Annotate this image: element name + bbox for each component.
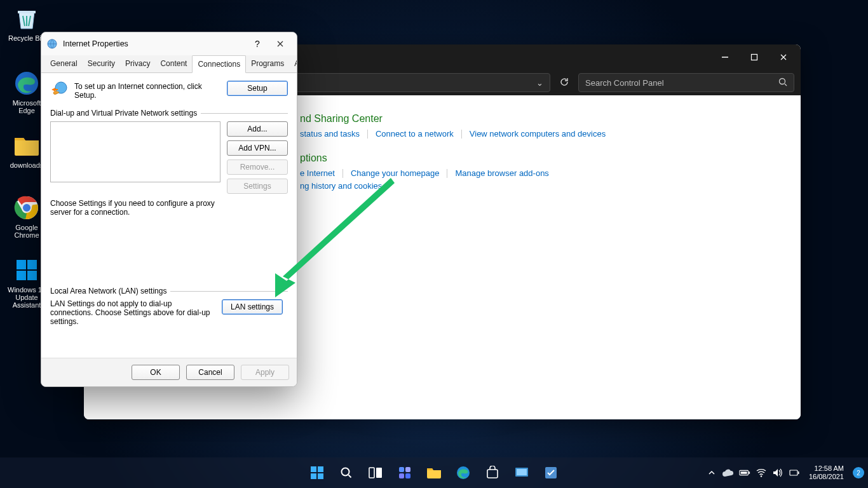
taskbar-clock[interactable]: 12:58 AM 16/08/2021 [805,464,848,481]
taskbar-app-icon[interactable] [509,460,534,485]
group-label: Dial-up and Virtual Private Network sett… [50,109,197,118]
onedrive-icon[interactable] [722,467,734,478]
tray-overflow-icon[interactable] [706,467,717,478]
cp-link[interactable]: status and tasks [300,130,367,139]
tab-general[interactable]: General [45,55,83,72]
help-button[interactable]: ? [246,35,269,53]
tab-security[interactable]: Security [83,55,120,72]
svg-point-16 [342,468,349,476]
dialup-note: Choose Settings if you need to configure… [50,199,215,217]
notification-badge[interactable]: 2 [853,467,864,478]
internet-properties-dialog: Internet Properties ? General Security P… [41,32,297,387]
tab-privacy[interactable]: Privacy [120,55,155,72]
tab-programs[interactable]: Programs [246,55,289,72]
search-box[interactable]: Search Control Panel [578,73,794,92]
tab-content[interactable]: Content [155,55,192,72]
dialog-footer: OK Cancel Apply [41,358,297,386]
lan-note: LAN Settings do not apply to dial-up con… [50,299,215,326]
cp-link[interactable]: ng history and cookies [300,182,390,191]
close-button[interactable] [269,35,292,53]
link-row: e Internet Change your homepage Manage b… [300,169,801,178]
svg-rect-19 [399,467,404,472]
widgets-button[interactable] [392,460,417,485]
wifi-icon[interactable] [756,467,767,478]
section-heading: ptions [300,152,801,164]
chevron-down-icon[interactable]: ⌄ [536,78,543,88]
svg-rect-29 [749,471,750,474]
ok-button[interactable]: OK [132,365,180,380]
svg-rect-15 [318,473,323,479]
svg-rect-13 [318,466,323,472]
setup-text: To set up an Internet connection, click … [74,81,220,100]
svg-rect-6 [17,271,26,280]
cp-link[interactable]: e Internet [300,169,342,178]
section-heading: nd Sharing Center [300,113,801,125]
svg-rect-5 [27,260,37,269]
dialog-titlebar[interactable]: Internet Properties ? [41,32,297,55]
store-button[interactable] [480,460,505,485]
start-button[interactable] [304,460,330,485]
dialup-list[interactable] [50,121,220,182]
cp-link[interactable]: View network computers and devices [461,130,613,139]
tab-advanced[interactable]: Advanced [289,55,297,72]
svg-rect-26 [517,469,527,475]
clock-time: 12:58 AM [809,464,844,473]
svg-point-9 [780,78,785,84]
dialup-group: Dial-up and Virtual Private Network sett… [50,109,288,217]
setup-button[interactable]: Setup [227,81,288,96]
add-vpn-button[interactable]: Add VPN... [227,140,288,156]
svg-rect-21 [399,473,404,478]
remove-button: Remove... [227,159,288,175]
taskbar-app-icon[interactable] [538,460,564,485]
cp-link[interactable]: Manage browser add-ons [447,169,556,178]
settings-button: Settings [227,179,288,194]
taskbar-tray: 12:58 AM 16/08/2021 2 [706,464,864,481]
svg-rect-24 [487,470,498,478]
taskbar-center [304,460,564,485]
volume-icon[interactable] [772,467,783,478]
svg-rect-30 [741,471,747,474]
cp-link[interactable]: Connect to a network [367,130,461,139]
task-view-button[interactable] [363,460,388,485]
add-button[interactable]: Add... [227,121,288,137]
battery-icon[interactable] [739,467,750,478]
lan-settings-button[interactable]: LAN settings [222,299,283,315]
svg-rect-33 [798,471,799,474]
folder-icon [13,132,40,159]
explorer-button[interactable] [421,460,447,485]
svg-rect-7 [27,271,37,280]
internet-options-icon [46,38,58,50]
refresh-button[interactable] [559,77,569,89]
cp-link[interactable]: Change your homepage [342,169,447,178]
close-button[interactable] [769,47,798,67]
windows-icon [13,257,40,283]
maximize-button[interactable] [740,47,769,67]
power-icon[interactable] [789,467,800,478]
taskbar[interactable]: 12:58 AM 16/08/2021 2 [0,458,868,488]
svg-rect-14 [311,473,316,479]
recycle-bin-icon [13,5,40,32]
search-placeholder: Search Control Panel [585,78,664,88]
clock-date: 16/08/2021 [809,473,844,481]
group-label: Local Area Network (LAN) settings [50,287,166,295]
cancel-button[interactable]: Cancel [186,365,234,380]
lan-group: Local Area Network (LAN) settings LAN Se… [50,287,288,326]
svg-rect-18 [376,468,382,478]
link-row: ng history and cookies [300,182,801,191]
svg-rect-22 [405,473,410,478]
search-button[interactable] [334,460,359,485]
dialog-title: Internet Properties [63,39,246,48]
dialog-body: To set up an Internet connection, click … [41,73,297,358]
svg-rect-8 [752,55,757,60]
chrome-icon [13,194,40,221]
svg-rect-32 [790,470,797,475]
svg-rect-17 [369,468,374,478]
svg-rect-20 [405,467,410,472]
svg-rect-12 [311,466,316,472]
svg-point-31 [761,475,762,477]
edge-icon [13,70,40,97]
globe-arrow-icon [50,81,68,98]
edge-button[interactable] [451,460,476,485]
minimize-button[interactable] [710,47,740,67]
tab-connections[interactable]: Connections [192,55,246,73]
